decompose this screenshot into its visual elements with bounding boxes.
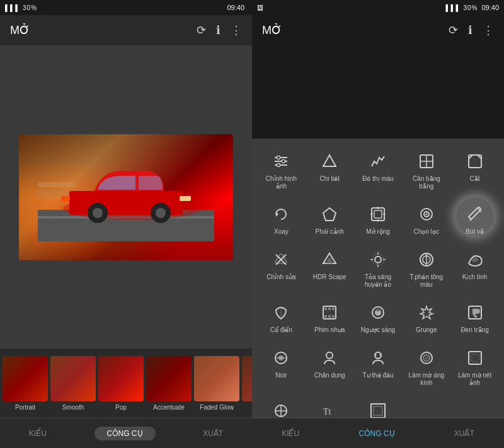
- left-status-time: 09:40: [227, 4, 244, 11]
- right-status-time: 09:40: [481, 4, 499, 11]
- phoi-canh-icon: [318, 203, 341, 226]
- svg-marker-18: [323, 155, 336, 166]
- right-tab-cong-cu[interactable]: CÔNG CỤ: [349, 424, 405, 443]
- toa-sang-icon: [367, 248, 389, 271]
- tools-row-1: Chỉnh hình ảnh Chi tiết Đồ thị màu: [252, 144, 504, 197]
- tool-chinh-sua[interactable]: Chỉnh sửa: [259, 244, 303, 292]
- tool-tu-the-dau[interactable]: Tư thế đầu: [356, 343, 400, 391]
- left-top-bar: MỞ ⟳ ℹ ⋮: [0, 15, 252, 45]
- tool-co-dien[interactable]: Cổ điển: [259, 297, 303, 338]
- thumb-accentuate-img: [146, 356, 192, 401]
- chon-loc-label: Chọn lọc: [414, 228, 439, 236]
- left-panel: ▌▌▌ 30% 09:40 MỞ ⟳ ℹ ⋮: [0, 0, 252, 448]
- grunge-label: Grunge: [416, 326, 437, 334]
- info-icon[interactable]: ℹ: [216, 23, 220, 37]
- can-bang-trang-icon: [415, 150, 438, 173]
- left-tab-xuat[interactable]: XUẤT: [193, 424, 233, 443]
- rotate-icon[interactable]: ⟳: [197, 23, 206, 37]
- tu-the-dau-label: Tư thế đầu: [362, 372, 393, 379]
- nguoc-sang-icon: [367, 301, 389, 324]
- right-tab-kieu[interactable]: KIỂU: [272, 424, 309, 443]
- tool-chi-tiet[interactable]: Chi tiết: [307, 146, 352, 194]
- lam-mo-net-anh-icon: [464, 347, 486, 369]
- svg-point-15: [277, 156, 280, 159]
- thumb-faded-glow[interactable]: Faded Glow: [194, 356, 239, 411]
- more-icon[interactable]: ⋮: [231, 23, 242, 37]
- tool-lam-mo-net-anh[interactable]: Làm mờ nét ảnh: [453, 343, 497, 391]
- phoi-canh-label: Phối cảnh: [316, 228, 344, 236]
- tool-xoay[interactable]: Xoay: [259, 199, 303, 239]
- thumb-smooth[interactable]: Smooth: [50, 356, 96, 411]
- svg-point-64: [326, 352, 333, 359]
- tool-t-phan-tong-mau[interactable]: T.phần tông màu: [404, 244, 449, 292]
- right-info-icon[interactable]: ℹ: [468, 23, 472, 37]
- svg-point-42: [372, 254, 384, 265]
- svg-rect-51: [324, 307, 327, 310]
- left-status-signal: ▌▌▌ 30%: [5, 4, 37, 11]
- t-phan-tong-mau-label: T.phần tông màu: [407, 273, 446, 289]
- right-tab-xuat[interactable]: XUẤT: [444, 424, 484, 443]
- svg-rect-54: [324, 315, 327, 318]
- svg-rect-10: [180, 196, 191, 201]
- right-more-icon[interactable]: ⋮: [483, 23, 494, 37]
- tool-mo-rong[interactable]: Mở rộng: [356, 199, 400, 239]
- svg-point-9: [156, 208, 166, 218]
- tool-chan-dung[interactable]: Chân dung: [307, 343, 352, 391]
- tool-den-trang[interactable]: Đen trắng: [453, 297, 497, 338]
- do-thi-mau-icon: [367, 150, 389, 173]
- right-status-icon: 🖼: [257, 4, 263, 11]
- svg-rect-71: [469, 352, 481, 364]
- svg-rect-77: [371, 404, 385, 418]
- tool-chon-loc[interactable]: Chọn lọc: [404, 199, 449, 239]
- tool-chinh-hinh-anh[interactable]: Chỉnh hình ảnh: [259, 146, 303, 194]
- grunge-icon: [415, 301, 438, 324]
- left-tab-kieu[interactable]: KIỂU: [19, 424, 57, 443]
- tool-cat[interactable]: Cắt: [453, 146, 497, 194]
- tool-phuc-hong[interactable]: Phục hồng: [259, 396, 303, 418]
- right-title: MỞ: [262, 23, 449, 37]
- nguoc-sang-label: Ngược sáng: [361, 326, 395, 334]
- hdr-scape-label: HDR Scape: [313, 273, 346, 281]
- chinh-hinh-anh-icon: [270, 150, 292, 173]
- tool-khung[interactable]: Khung: [356, 396, 400, 418]
- tool-phim-nhua[interactable]: Phim nhựa: [307, 297, 352, 338]
- but-ve-label: Bút vẽ: [466, 228, 484, 236]
- tool-phoi-canh[interactable]: Phối cảnh: [307, 199, 352, 239]
- thumb-accentuate[interactable]: Accentuate: [146, 356, 192, 411]
- svg-rect-28: [374, 210, 382, 218]
- den-trang-icon: [464, 301, 486, 324]
- svg-rect-55: [328, 315, 331, 318]
- svg-point-68: [421, 352, 432, 364]
- co-dien-icon: [270, 301, 292, 324]
- phim-nhua-label: Phim nhựa: [314, 326, 345, 334]
- thumb-smooth-img: [50, 356, 96, 401]
- tool-hdr-scape[interactable]: HDR Scape: [307, 244, 352, 292]
- left-bottom-tabs: KIỂU CÔNG CỤ XUẤT: [0, 418, 252, 448]
- tool-noir[interactable]: Noir: [259, 343, 303, 391]
- tool-grunge[interactable]: Grunge: [404, 297, 449, 338]
- tool-can-bang-trang[interactable]: Cân bằng trắng: [404, 146, 449, 194]
- thumb-portrait[interactable]: Portrait: [3, 356, 48, 411]
- left-title: MỞ: [10, 23, 197, 37]
- svg-rect-53: [332, 307, 335, 310]
- chon-loc-icon: [415, 203, 438, 226]
- tool-do-thi-mau[interactable]: Đồ thị màu: [356, 146, 400, 194]
- right-rotate-icon[interactable]: ⟳: [449, 23, 458, 37]
- tools-row-5: Noir Chân dung: [252, 340, 504, 393]
- car-svg: [38, 153, 214, 241]
- right-bottom-tabs: KIỂU CÔNG CỤ XUẤT: [252, 418, 504, 448]
- tool-kich-tinh[interactable]: Kịch tính: [453, 244, 497, 292]
- svg-point-69: [423, 355, 430, 361]
- thumb-mo[interactable]: Mo: [242, 356, 252, 411]
- left-tab-cong-cu[interactable]: CÔNG CỤ: [94, 427, 156, 440]
- left-top-icons: ⟳ ℹ ⋮: [197, 23, 242, 37]
- tool-but-ve[interactable]: Bút vẽ: [453, 199, 497, 239]
- tool-toa-sang[interactable]: Tỏa sáng huyền ảo: [356, 244, 400, 292]
- right-top-bar: MỞ ⟳ ℹ ⋮: [252, 15, 504, 45]
- tool-lam-mo-ong-kinh[interactable]: Làm mờ ống kính: [404, 343, 449, 391]
- tool-nguoc-sang[interactable]: Ngược sáng: [356, 297, 400, 338]
- thumb-pop[interactable]: Pop: [98, 356, 144, 411]
- tool-van-hon[interactable]: Tt Văn hồn: [307, 396, 352, 418]
- cat-icon: [464, 150, 486, 173]
- svg-point-7: [93, 208, 103, 218]
